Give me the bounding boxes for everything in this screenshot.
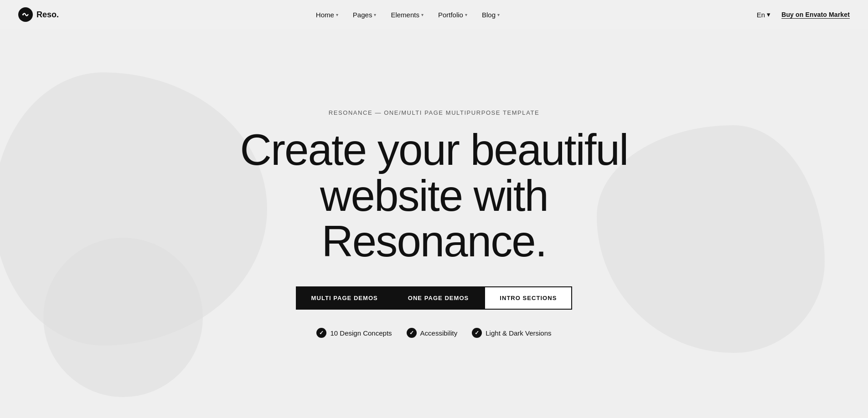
buy-envato-button[interactable]: Buy on Envato Market: [781, 11, 850, 18]
logo[interactable]: Reso.: [18, 7, 59, 22]
nav-pages[interactable]: Pages ▾: [353, 11, 377, 19]
hero-title-line2: website with Resonance.: [320, 171, 548, 266]
chevron-down-icon: ▾: [374, 12, 376, 17]
intro-sections-button[interactable]: INTRO SECTIONS: [484, 286, 572, 310]
feature-label: Accessibility: [420, 329, 458, 337]
feature-label: Light & Dark Versions: [486, 329, 551, 337]
multi-page-demos-button[interactable]: MULTI PAGE DEMOS: [296, 286, 393, 310]
chevron-down-icon: ▾: [336, 12, 338, 17]
check-icon: [316, 328, 326, 338]
chevron-down-icon: ▾: [421, 12, 424, 17]
chevron-down-icon: ▾: [465, 12, 467, 17]
hero-features: 10 Design Concepts Accessibility Light &…: [238, 328, 630, 338]
nav-home[interactable]: Home ▾: [316, 11, 338, 19]
svg-point-0: [22, 14, 24, 15]
chevron-down-icon: ▾: [497, 12, 500, 17]
hero-content: RESONANCE — ONE/MULTI PAGE MULTIPURPOSE …: [229, 109, 639, 338]
hero-subtitle: RESONANCE — ONE/MULTI PAGE MULTIPURPOSE …: [238, 109, 630, 116]
one-page-demos-button[interactable]: ONE PAGE DEMOS: [393, 286, 485, 310]
language-selector[interactable]: En ▾: [757, 10, 770, 19]
hero-title: Create your beautiful website with Reson…: [238, 127, 630, 265]
hero-buttons: MULTI PAGE DEMOS ONE PAGE DEMOS INTRO SE…: [238, 286, 630, 310]
brand-name: Reso.: [36, 10, 59, 20]
blob-decoration-3: [43, 238, 203, 397]
nav-right: En ▾ Buy on Envato Market: [757, 10, 850, 19]
nav-blog[interactable]: Blog ▾: [482, 11, 500, 19]
feature-label: 10 Design Concepts: [330, 329, 392, 337]
chevron-down-icon: ▾: [767, 10, 770, 19]
feature-accessibility: Accessibility: [407, 328, 458, 338]
nav-center: Home ▾ Pages ▾ Elements ▾ Portfolio ▾ Bl…: [316, 11, 500, 19]
feature-dark-versions: Light & Dark Versions: [472, 328, 551, 338]
nav-portfolio[interactable]: Portfolio ▾: [438, 11, 467, 19]
hero-title-line1: Create your beautiful: [240, 125, 628, 174]
check-icon: [472, 328, 482, 338]
check-icon: [407, 328, 417, 338]
feature-design-concepts: 10 Design Concepts: [316, 328, 392, 338]
main-nav: Reso. Home ▾ Pages ▾ Elements ▾ Portfoli…: [0, 0, 868, 29]
nav-elements[interactable]: Elements ▾: [391, 11, 424, 19]
hero-section: RESONANCE — ONE/MULTI PAGE MULTIPURPOSE …: [0, 0, 868, 418]
logo-icon: [18, 7, 33, 22]
